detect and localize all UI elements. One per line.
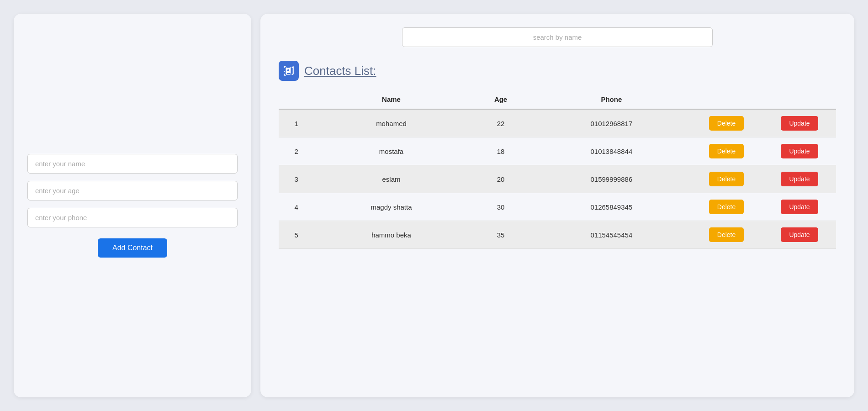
name-input[interactable] [27,154,238,174]
row-delete-cell: Delete [690,221,763,249]
col-header-name: Name [314,90,469,109]
row-delete-cell: Delete [690,109,763,137]
delete-button[interactable]: Delete [709,172,744,186]
contacts-heading: Contacts List: [279,61,836,81]
row-phone: 01154545454 [533,221,690,249]
row-id: 2 [279,137,314,165]
address-book-icon [283,65,295,77]
col-header-phone: Phone [533,90,690,109]
row-name: mostafa [314,137,469,165]
row-delete-cell: Delete [690,165,763,193]
contacts-icon [279,61,299,81]
table-row: 2 mostafa 18 01013848844 Delete Update [279,137,836,165]
update-button[interactable]: Update [781,144,818,158]
contacts-list-panel: Contacts List: Name Age Phone 1 mohamed … [260,14,854,397]
row-id: 3 [279,165,314,193]
row-age: 18 [468,137,533,165]
table-row: 4 magdy shatta 30 01265849345 Delete Upd… [279,193,836,221]
row-update-cell: Update [763,137,836,165]
row-phone: 01599999886 [533,165,690,193]
row-delete-cell: Delete [690,137,763,165]
delete-button[interactable]: Delete [709,200,744,214]
col-header-index [279,90,314,109]
row-age: 35 [468,221,533,249]
row-name: eslam [314,165,469,193]
row-age: 30 [468,193,533,221]
update-button[interactable]: Update [781,172,818,186]
table-header-row: Name Age Phone [279,90,836,109]
row-id: 1 [279,109,314,137]
table-row: 3 eslam 20 01599999886 Delete Update [279,165,836,193]
row-name: hammo beka [314,221,469,249]
table-row: 5 hammo beka 35 01154545454 Delete Updat… [279,221,836,249]
table-row: 1 mohamed 22 01012968817 Delete Update [279,109,836,137]
contacts-list-title: Contacts List: [304,64,376,78]
col-header-age: Age [468,90,533,109]
update-button[interactable]: Update [781,116,818,131]
delete-button[interactable]: Delete [709,227,744,242]
add-contact-panel: Add Contact [14,14,251,397]
row-update-cell: Update [763,193,836,221]
row-update-cell: Update [763,109,836,137]
row-age: 22 [468,109,533,137]
row-delete-cell: Delete [690,193,763,221]
col-header-delete-action [690,90,763,109]
add-contact-button[interactable]: Add Contact [98,238,167,258]
row-name: mohamed [314,109,469,137]
row-id: 5 [279,221,314,249]
row-name: magdy shatta [314,193,469,221]
row-phone: 01012968817 [533,109,690,137]
row-update-cell: Update [763,221,836,249]
row-age: 20 [468,165,533,193]
row-update-cell: Update [763,165,836,193]
row-phone: 01013848844 [533,137,690,165]
row-id: 4 [279,193,314,221]
update-button[interactable]: Update [781,227,818,242]
age-input[interactable] [27,181,238,200]
delete-button[interactable]: Delete [709,144,744,158]
delete-button[interactable]: Delete [709,116,744,131]
search-input[interactable] [402,27,713,47]
row-phone: 01265849345 [533,193,690,221]
contacts-table: Name Age Phone 1 mohamed 22 01012968817 … [279,90,836,249]
phone-input[interactable] [27,208,238,227]
update-button[interactable]: Update [781,200,818,214]
col-header-update-action [763,90,836,109]
